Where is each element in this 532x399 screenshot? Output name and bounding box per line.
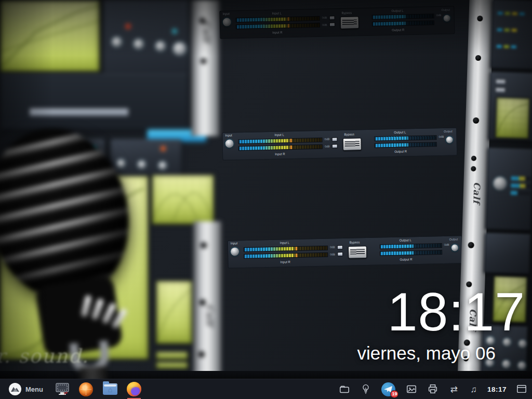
calf-logo: Calf bbox=[468, 309, 478, 331]
calf-logo: Calf bbox=[471, 182, 482, 204]
crossover-limiter-unit: K-Over Filter Mode 48dB Split 1/2 113.84… bbox=[230, 269, 232, 366]
meter-led bbox=[337, 252, 343, 256]
menu-logo-icon bbox=[8, 382, 22, 396]
input-l-label: Input L bbox=[272, 11, 281, 15]
output-meter-right bbox=[372, 20, 434, 26]
launcher-firefox[interactable] bbox=[126, 379, 142, 399]
input-label: Input bbox=[222, 12, 229, 16]
lightbulb-tray-button[interactable] bbox=[360, 379, 372, 399]
files-tray-button[interactable] bbox=[338, 379, 351, 399]
output-meter-left bbox=[380, 243, 442, 249]
input-label: Input bbox=[225, 134, 232, 137]
band-controls-column: Low Band Release 1 41.5033 ms Low Attenu… bbox=[389, 267, 391, 348]
band-row: Low Band Release 1 41.5033 ms Low Attenu… bbox=[390, 268, 391, 289]
launcher-clementine[interactable] bbox=[78, 379, 94, 399]
db-label: 0dB bbox=[438, 136, 444, 139]
bypass-button bbox=[348, 246, 367, 259]
wallpaper-center-rack: Input Input L Input R 0dB 0dB Bypass Out… bbox=[216, 0, 471, 399]
image-viewer-icon bbox=[406, 383, 417, 395]
launcher-file-manager[interactable]: ⌂ bbox=[102, 379, 118, 399]
meter-led bbox=[329, 22, 335, 26]
db-label: 0dB bbox=[322, 17, 327, 20]
screenshot-tool-icon: ✂ bbox=[55, 382, 70, 396]
lcd-screen bbox=[156, 281, 192, 344]
meter-led bbox=[331, 137, 337, 141]
menu-label: Menu bbox=[25, 385, 43, 393]
music-note-icon: ♫ bbox=[471, 385, 477, 394]
band-row: LowMid Band Release 2 25.7264 ms LowMid … bbox=[380, 63, 381, 85]
cyan-led bbox=[172, 29, 177, 34]
wallpaper-watermark: r. sound. bbox=[0, 345, 89, 367]
db-label: 0dB bbox=[325, 145, 330, 149]
db-label: 0dB bbox=[444, 244, 449, 247]
files-tray-icon bbox=[339, 383, 350, 395]
output-gain-knob bbox=[446, 137, 453, 143]
input-meter-right bbox=[238, 144, 323, 151]
crossover-limiter-unit: K-Over Filter Mode 48dB Split 1/2 113.84… bbox=[218, 39, 220, 134]
system-tray: 19 ⇄ ♫ 18:17 bbox=[338, 379, 528, 399]
band-row: HiMid Band Release 3 14.7771 ms HiMid At… bbox=[390, 308, 391, 329]
bypass-label: Bypass bbox=[341, 11, 352, 15]
telegram-tray-button[interactable]: 19 bbox=[381, 379, 396, 399]
transfer-arrows-icon: ⇄ bbox=[450, 385, 458, 394]
io-meter-strip: Input Input L Input R 0dB 0dB Bypass Out… bbox=[228, 235, 463, 268]
menu-button[interactable]: Menu bbox=[4, 379, 47, 399]
band-row: Low Band Release 1 41.5033 ms Low Attenu… bbox=[380, 44, 381, 65]
notification-badge: 19 bbox=[390, 390, 398, 398]
db-label: 0dB bbox=[322, 24, 327, 27]
input-gain-knob bbox=[223, 18, 231, 26]
output-meter-right bbox=[375, 142, 437, 148]
meter-led bbox=[332, 144, 338, 148]
output-meter-left bbox=[372, 14, 434, 20]
rack-rail: Calf bbox=[191, 0, 219, 136]
crossover-limiter-unit: K-Over Filter Mode 48dB Split 1/2 113.84… bbox=[223, 159, 225, 243]
output-label: Output bbox=[441, 9, 450, 12]
input-label: Input bbox=[231, 242, 237, 245]
input-meter-left bbox=[244, 246, 328, 252]
input-l-label: Input L bbox=[274, 133, 284, 136]
input-r-label: Input R bbox=[272, 31, 282, 34]
panel-launchers: ✂ ⌂ bbox=[55, 379, 142, 399]
bypass-button bbox=[343, 138, 362, 151]
input-meter-left bbox=[238, 138, 323, 144]
db-label: 0dB bbox=[325, 138, 330, 141]
lightbulb-icon bbox=[361, 383, 371, 395]
band-row: HiMid Band Release 3 14.7771 ms HiMid At… bbox=[385, 198, 385, 220]
band-row: Low Band Release 1 41.5033 ms Low Attenu… bbox=[384, 159, 385, 180]
bypass-button bbox=[340, 16, 359, 29]
display-strip bbox=[30, 109, 128, 116]
launcher-screenshot-tool[interactable]: ✂ bbox=[55, 379, 70, 399]
file-manager-icon: ⌂ bbox=[103, 383, 117, 395]
panel-clock[interactable]: 18:17 bbox=[487, 385, 507, 393]
output-label: Output bbox=[449, 238, 458, 241]
home-glyph: ⌂ bbox=[108, 386, 112, 393]
image-viewer-tray-button[interactable] bbox=[405, 379, 418, 399]
db-label: 0dB bbox=[330, 253, 335, 256]
band-row: HiMid Band Release 3 14.7771 ms HiMid At… bbox=[380, 83, 381, 104]
output-meter-left bbox=[374, 135, 436, 141]
telegram-icon: 19 bbox=[381, 382, 395, 396]
rack-panel bbox=[103, 0, 189, 74]
calf-logo: Calf bbox=[205, 304, 215, 326]
band-row: LowMid Band Release 2 25.7264 ms LowMid … bbox=[384, 179, 385, 200]
music-tray-button[interactable]: ♫ bbox=[469, 379, 478, 399]
input-gain-knob bbox=[231, 247, 239, 256]
input-gain-knob bbox=[225, 139, 234, 148]
io-meter-strip: Input Input L Input R 0dB 0dB Bypass Out… bbox=[222, 127, 457, 160]
input-r-label: Input R bbox=[275, 152, 285, 155]
orange-led bbox=[161, 146, 166, 151]
output-l-label: Output L bbox=[391, 9, 403, 12]
printer-tray-button[interactable] bbox=[427, 379, 439, 399]
output-r-label: Output R bbox=[400, 258, 412, 261]
input-meter-right bbox=[236, 23, 320, 29]
window-list-icon bbox=[516, 384, 527, 394]
window-list-button[interactable] bbox=[515, 379, 528, 399]
taskbar: Menu ✂ ⌂ bbox=[0, 379, 532, 399]
output-l-label: Output L bbox=[400, 238, 411, 242]
input-meter-left bbox=[236, 16, 320, 22]
transfer-tray-button[interactable]: ⇄ bbox=[448, 379, 460, 399]
output-gain-knob bbox=[444, 15, 450, 22]
meter-led bbox=[337, 245, 343, 249]
wallpaper: Calf Calf Input Input L Input R 0dB 0dB … bbox=[0, 0, 532, 399]
io-meter-strip: Input Input L Input R 0dB 0dB Bypass Out… bbox=[219, 6, 455, 38]
